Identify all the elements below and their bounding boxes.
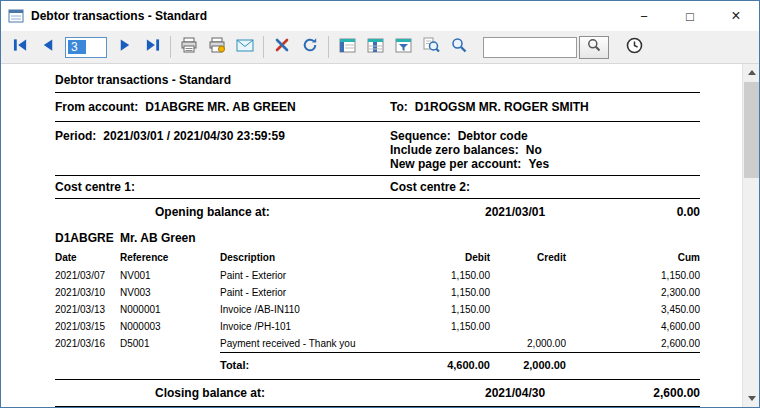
print-setup-icon	[208, 37, 226, 57]
search-input[interactable]	[483, 37, 577, 58]
report-options: Sequence:Debtor code Include zero balanc…	[390, 129, 549, 171]
zoom-page-button[interactable]	[418, 34, 444, 60]
last-page-icon	[145, 38, 160, 56]
tools-icon	[274, 37, 290, 57]
from-to-row: From account:D1ABGRE MR. AB GREEN To:D1R…	[55, 93, 700, 122]
filter-button[interactable]	[390, 34, 416, 60]
maximize-button[interactable]: □	[667, 1, 713, 31]
cell-reference: NV003	[120, 284, 220, 301]
filter-icon	[395, 38, 412, 57]
refresh-button[interactable]	[297, 34, 323, 60]
zoom-button[interactable]	[446, 34, 472, 60]
cell-debit: 1,150.00	[435, 284, 490, 301]
cell-description: Payment received - Thank you	[220, 335, 435, 353]
first-page-icon	[13, 38, 28, 56]
cell-date: 2021/03/16	[55, 335, 120, 353]
cell-reference: N000001	[120, 301, 220, 318]
opening-balance-row: Opening balance at: 2021/03/01 0.00	[55, 199, 700, 222]
page-number-input[interactable]: 3	[65, 37, 107, 58]
table-header-row: Date Reference Description Debit Credit …	[55, 250, 700, 267]
toolbar: 3	[1, 31, 759, 64]
col-date: Date	[55, 250, 120, 267]
total-row: Total: 4,600.00 2,000.00	[55, 353, 700, 378]
report-design-button[interactable]	[334, 34, 360, 60]
email-button[interactable]	[232, 34, 258, 60]
cell-description: Invoice /AB-IN110	[220, 301, 435, 318]
column-select-button[interactable]	[362, 34, 388, 60]
cell-cum: 1,150.00	[566, 267, 700, 284]
vertical-scrollbar[interactable]	[742, 64, 759, 407]
period-label: Period:	[55, 129, 96, 143]
first-page-button[interactable]	[7, 34, 33, 60]
print-button[interactable]	[176, 34, 202, 60]
cell-credit: 2,000.00	[490, 335, 566, 353]
cost-centre-row: Cost centre 1: Cost centre 2:	[55, 176, 700, 199]
cell-reference: N000003	[120, 318, 220, 335]
arrow-down-icon	[748, 396, 756, 401]
window: Debtor transactions - Standard − □ × 3	[0, 0, 760, 408]
next-page-icon	[117, 38, 132, 56]
table-row: 2021/03/07NV001Paint - Exterior1,150.001…	[55, 267, 700, 284]
new-page-per-account: New page per account:Yes	[390, 157, 549, 171]
cell-credit	[490, 318, 566, 335]
table-row: 2021/03/15N000003Invoice /PH-1011,150.00…	[55, 318, 700, 335]
cell-credit	[490, 284, 566, 301]
opening-balance-label: Opening balance at:	[155, 205, 270, 219]
new-page-label: New page per account:	[390, 157, 521, 171]
cell-date: 2021/03/13	[55, 301, 120, 318]
close-button[interactable]: ×	[713, 1, 759, 31]
report-title: Debtor transactions - Standard	[55, 70, 700, 93]
table-body: 2021/03/07NV001Paint - Exterior1,150.001…	[55, 267, 700, 353]
zoom-icon	[451, 37, 467, 57]
minimize-button[interactable]: −	[621, 1, 667, 31]
opening-balance-value: 0.00	[580, 205, 700, 219]
cell-description: Paint - Exterior	[220, 267, 435, 284]
zoom-page-icon	[423, 37, 440, 57]
col-reference: Reference	[120, 250, 220, 267]
previous-page-button[interactable]	[35, 34, 61, 60]
table-row: 2021/03/13N000001Invoice /AB-IN1101,150.…	[55, 301, 700, 318]
cell-description: Paint - Exterior	[220, 284, 435, 301]
account-header: D1ABGRE Mr. AB Green	[55, 222, 700, 250]
history-icon	[626, 37, 643, 58]
closing-balance-value: 2,600.00	[580, 386, 700, 400]
account-name: Mr. AB Green	[120, 231, 196, 245]
scroll-down-button[interactable]	[743, 390, 759, 407]
opening-balance-date: 2021/03/01	[485, 205, 580, 219]
include-zero-value: No	[526, 143, 542, 157]
scroll-up-button[interactable]	[743, 64, 759, 81]
closing-balance-row: Closing balance at: 2021/04/30 2,600.00	[55, 379, 700, 407]
from-account: From account:D1ABGRE MR. AB GREEN	[55, 100, 390, 114]
cell-date: 2021/03/10	[55, 284, 120, 301]
cell-debit: 1,150.00	[435, 301, 490, 318]
toolbar-separator	[328, 36, 329, 58]
cell-cum: 2,300.00	[566, 284, 700, 301]
window-title: Debtor transactions - Standard	[31, 9, 621, 23]
print-setup-button[interactable]	[204, 34, 230, 60]
arrow-up-icon	[748, 70, 756, 75]
options-button[interactable]	[269, 34, 295, 60]
toolbar-separator	[170, 36, 171, 58]
history-button[interactable]	[621, 34, 647, 60]
total-label: Total:	[220, 353, 435, 378]
column-layout-icon	[367, 38, 384, 57]
col-cum: Cum	[566, 250, 700, 267]
sequence-value: Debtor code	[458, 129, 528, 143]
cell-cum: 4,600.00	[566, 318, 700, 335]
next-page-button[interactable]	[111, 34, 137, 60]
report-layout-icon	[339, 38, 356, 57]
previous-page-icon	[41, 38, 56, 56]
scrollbar-thumb[interactable]	[744, 82, 759, 178]
to-account-label: To:	[390, 100, 408, 114]
cell-reference: D5001	[120, 335, 220, 353]
last-page-button[interactable]	[139, 34, 165, 60]
report-page: Debtor transactions - Standard From acco…	[1, 64, 742, 407]
to-account-value: D1ROGSM MR. ROGER SMITH	[415, 100, 589, 114]
to-account: To:D1ROGSM MR. ROGER SMITH	[390, 100, 589, 114]
cell-credit	[490, 301, 566, 318]
cell-cum: 2,600.00	[566, 335, 700, 353]
cell-description: Invoice /PH-101	[220, 318, 435, 335]
search-button[interactable]	[579, 36, 609, 59]
transactions-table: Date Reference Description Debit Credit …	[55, 250, 700, 377]
page-number-value: 3	[68, 40, 86, 54]
